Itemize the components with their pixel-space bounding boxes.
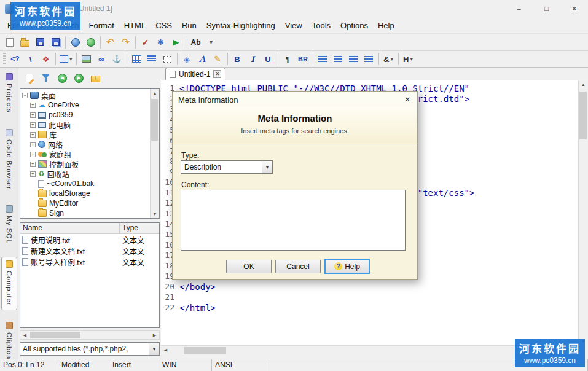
syntax-check-button[interactable]: ✓	[138, 35, 153, 50]
tree-scrollbar-thumb[interactable]	[151, 99, 158, 141]
filter-button[interactable]	[38, 71, 53, 85]
menu-css[interactable]: CSS	[151, 18, 177, 33]
help-button[interactable]: ? Help	[324, 259, 370, 274]
publish-button[interactable]	[68, 35, 83, 50]
minimize-button[interactable]: –	[505, 0, 533, 17]
expand-toggle[interactable]: +	[30, 162, 36, 167]
tree-item-localstorage[interactable]: localStorage	[20, 189, 149, 198]
menu-run[interactable]: Run	[177, 18, 202, 33]
align-center-button[interactable]	[331, 52, 346, 66]
tab-close-button[interactable]: ✕	[213, 70, 221, 78]
scroll-left-arrow-icon[interactable]: ◀	[20, 331, 29, 339]
align-justify-button[interactable]	[361, 52, 377, 66]
file-filter-dropdown[interactable]: All supported files (*.php,*.php2, ▾	[20, 342, 160, 356]
scroll-right-arrow-icon[interactable]: ▶	[150, 331, 159, 339]
toolbar-more-button[interactable]: ▾	[203, 35, 219, 50]
redo-button[interactable]: ↷	[118, 35, 133, 50]
highlight-button[interactable]: ✎	[210, 52, 225, 66]
heading-button[interactable]: H▾	[401, 52, 416, 66]
sidebar-tab-projects[interactable]: Projects	[1, 70, 17, 117]
expand-toggle[interactable]: +	[30, 122, 36, 128]
menu-options[interactable]: Options	[335, 18, 373, 33]
folder-tree[interactable]: -桌面+☁OneDrive+pc0359+此电脑+库+网络+家庭组+控制面板+♻…	[20, 88, 160, 219]
dialog-close-icon[interactable]: ✕	[402, 95, 412, 104]
entity-button[interactable]: &▾	[381, 52, 396, 66]
save-button[interactable]	[33, 35, 48, 50]
file-row[interactable]: 使用说明.txt文本文	[20, 234, 159, 245]
expand-toggle[interactable]: -	[22, 93, 28, 98]
align-right-button[interactable]	[346, 52, 361, 66]
line-break-button[interactable]: BR	[296, 52, 311, 66]
insert-image-button[interactable]	[79, 52, 94, 66]
run-button[interactable]: ▶	[168, 35, 184, 50]
sidebar-tab-code-browser[interactable]: Code Browser	[1, 126, 17, 194]
scroll-up-arrow-icon[interactable]: ▲	[579, 80, 588, 88]
expand-toggle[interactable]: +	[30, 142, 36, 147]
tree-item-[interactable]: -桌面	[20, 90, 149, 100]
scroll-left-arrow-icon[interactable]: ◀	[161, 346, 170, 354]
menu-syntax-highlighting[interactable]: Syntax-Highlighting	[202, 18, 280, 33]
sidebar-tab-my-sql[interactable]: My SQL	[1, 202, 17, 248]
paragraph-button[interactable]: ¶	[280, 52, 296, 66]
insert-link-button[interactable]: ∞	[94, 52, 109, 66]
debug-button[interactable]: ✱	[153, 35, 168, 50]
tree-item-sign[interactable]: Sign	[20, 208, 149, 218]
insert-div-button[interactable]	[160, 52, 175, 66]
tree-item-pc0359[interactable]: +pc0359	[20, 110, 149, 120]
insert-object-button[interactable]: ◈	[179, 52, 195, 66]
forward-button[interactable]: ▶	[71, 71, 87, 85]
snippet-button[interactable]: ❖	[38, 52, 53, 66]
save-all-button[interactable]	[48, 35, 63, 50]
menu-help[interactable]: Help	[373, 18, 399, 33]
form-elements-button[interactable]: ▾	[58, 52, 74, 66]
menu-format[interactable]: Format	[84, 18, 119, 33]
insert-list-button[interactable]	[144, 52, 160, 66]
tree-item-cconv01-bak[interactable]: ~cConv01.bak	[20, 179, 149, 189]
expand-toggle[interactable]: +	[30, 132, 36, 138]
tree-item-[interactable]: +库	[20, 130, 149, 139]
bold-button[interactable]: B	[230, 52, 245, 66]
editor-hscrollbar-thumb[interactable]	[184, 347, 226, 354]
column-header-type[interactable]: Type	[120, 223, 159, 233]
tree-item-onedrive[interactable]: +☁OneDrive	[20, 100, 149, 110]
tree-item-[interactable]: +控制面板	[20, 159, 149, 169]
preview-browser-button[interactable]	[83, 35, 98, 50]
insert-anchor-button[interactable]: ⚓	[109, 52, 125, 66]
insert-table-button[interactable]	[129, 52, 144, 66]
spellcheck-button[interactable]: Ab	[188, 35, 203, 50]
menu-view[interactable]: View	[280, 18, 307, 33]
italic-button[interactable]: I	[245, 52, 261, 66]
maximize-button[interactable]: □	[533, 0, 560, 17]
editor-vscrollbar-thumb[interactable]	[579, 92, 587, 139]
menu-html[interactable]: HTML	[119, 18, 151, 33]
explorer-hscrollbar-thumb[interactable]	[30, 332, 80, 338]
tree-item-[interactable]: +网络	[20, 139, 149, 149]
tree-item-[interactable]: +♻回收站	[20, 169, 149, 179]
expand-toggle[interactable]: +	[30, 152, 36, 157]
tree-item-[interactable]: +家庭组	[20, 149, 149, 159]
menu-tools[interactable]: Tools	[307, 18, 335, 33]
sidebar-tab-computer[interactable]: Computer	[1, 257, 17, 310]
expand-toggle[interactable]: +	[30, 112, 36, 118]
tree-item-myeditor[interactable]: MyEditor	[20, 198, 149, 208]
php-open-tag-button[interactable]: <?	[7, 52, 23, 66]
editor-tab-untitled-1[interactable]: Untitled-1 ✕	[165, 68, 225, 80]
content-textarea[interactable]	[181, 190, 406, 251]
chevron-down-icon[interactable]: ▾	[262, 161, 272, 173]
ok-button[interactable]: OK	[226, 260, 272, 273]
column-header-name[interactable]: Name	[20, 223, 120, 233]
back-button[interactable]: ◀	[55, 71, 70, 85]
scroll-down-arrow-icon[interactable]: ▼	[151, 210, 160, 218]
new-file-button[interactable]	[2, 35, 17, 50]
dialog-title-bar[interactable]: Meta Information ✕	[173, 92, 417, 107]
scroll-up-arrow-icon[interactable]: ▲	[151, 89, 160, 97]
type-dropdown[interactable]: Description ▾	[181, 160, 273, 174]
php-escape-button[interactable]: \	[23, 52, 38, 66]
font-button[interactable]: A	[195, 52, 210, 66]
cancel-button[interactable]: Cancel	[275, 260, 321, 273]
refresh-button[interactable]	[88, 71, 103, 85]
explorer-hscrollbar[interactable]: ◀ ▶	[20, 330, 160, 340]
close-button[interactable]: ✕	[560, 0, 588, 17]
align-left-button[interactable]	[315, 52, 331, 66]
tree-item-[interactable]: +此电脑	[20, 120, 149, 130]
